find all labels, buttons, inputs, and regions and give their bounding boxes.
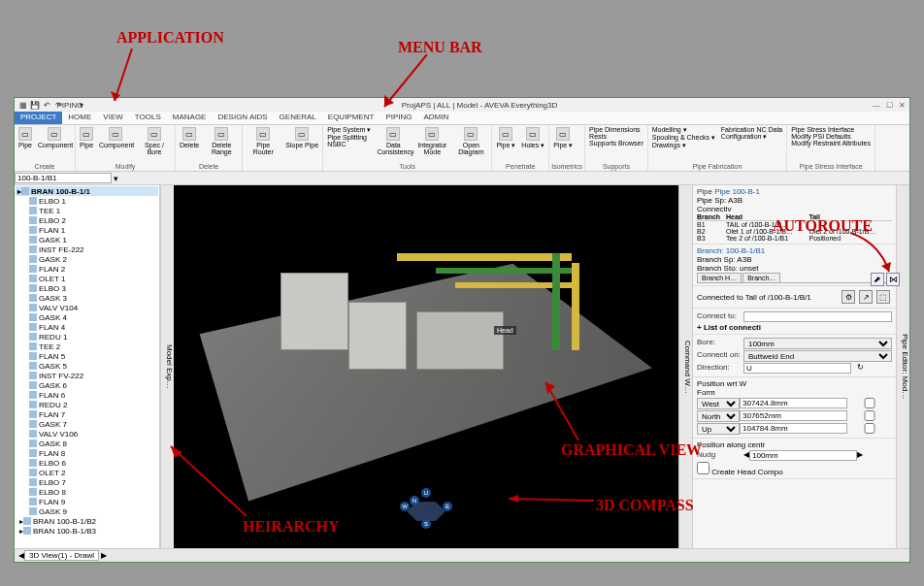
ribbon-pipe[interactable]: ▭Pipe [16,126,34,149]
connect-to-input[interactable] [743,311,892,322]
ribbon-item[interactable]: Pipe Stress Interface [789,126,873,133]
ribbon-item[interactable]: Pipe Splitting [325,134,373,141]
tree-item[interactable]: FLAN 8 [16,448,158,458]
tab-piping[interactable]: PIPING [380,112,417,124]
up-lock[interactable] [847,423,892,434]
nudge-right-icon[interactable]: ▶ [857,450,863,461]
tree-item[interactable]: FLAN 1 [16,225,158,235]
ribbon-item[interactable]: Drawings ▾ [650,142,717,149]
tree-root[interactable]: ▸ BRAN 100-B-1/1 [16,186,158,196]
compass-w[interactable]: W [400,502,410,511]
tree-item[interactable]: ELBO 3 [16,283,158,293]
ribbon-item[interactable]: Pipe System ▾ [325,126,373,134]
ribbon-pipe-[interactable]: ▭Pipe ▾ [494,126,517,149]
tree-item[interactable]: ELBO 6 [16,458,158,468]
ribbon-item[interactable]: Supports Browser [587,140,645,146]
ribbon-component[interactable]: ▭Component [36,126,73,149]
ribbon-item[interactable]: Fabrication NC Data [719,126,784,133]
ribbon-open-diagram[interactable]: ▭Open Diagram [452,126,489,156]
tab-tools[interactable]: TOOLS [129,112,167,124]
tree-item[interactable]: ELBO 2 [16,215,158,225]
ribbon-item[interactable]: Modify Restraint Attributes [789,140,873,146]
ribbon-component[interactable]: ▭Component [97,126,134,149]
nudge-input[interactable] [749,450,857,461]
tab-general[interactable]: GENERAL [274,112,322,124]
tree-branch[interactable]: ▸ BRAN 100-B-1/B2 [16,516,158,526]
view-next-icon[interactable]: ▶ [101,551,107,560]
tree-item[interactable]: GASK 6 [16,380,158,390]
minimize-button[interactable]: — [873,101,880,110]
tree-item[interactable]: FLAN 6 [16,390,158,400]
create-head-checkbox[interactable] [697,462,710,474]
ribbon-delete-range[interactable]: ▭Delete Range [203,126,240,156]
tab-project[interactable]: PROJECT [15,112,62,124]
tree-item[interactable]: FLAN 2 [16,264,158,274]
compass-e[interactable]: E [443,502,452,511]
tree-branch[interactable]: ▸ BRAN 100-B-1/B3 [16,526,158,536]
ribbon-pipe-router[interactable]: ▭Pipe Router [245,126,281,156]
ribbon-pipe[interactable]: ▭Pipe [78,126,95,149]
ribbon-holes-[interactable]: ▭Holes ▾ [519,126,546,149]
tree-item[interactable]: FLAN 4 [16,322,158,332]
ribbon-pipe-[interactable]: ▭Pipe ▾ [551,126,575,149]
hierarchy-tree[interactable]: ▸ BRAN 100-B-1/1ELBO 1TEE 1ELBO 2FLAN 1G… [15,185,160,548]
tree-item[interactable]: GASK 4 [16,312,158,322]
tree-item[interactable]: GASK 8 [16,439,158,448]
ribbon-integrator-mode[interactable]: ▭Integrator Mode [413,126,450,156]
ribbon-data-consistency[interactable]: ▭Data Consistency [375,126,412,156]
ribbon-delete[interactable]: ▭Delete [178,126,201,149]
tree-item[interactable]: FLAN 5 [16,351,158,361]
command-window-tab[interactable]: Command W… [678,185,692,548]
ribbon-item[interactable]: Configuration ▾ [719,133,784,141]
tab-view[interactable]: VIEW [97,112,128,124]
qat-save-icon[interactable]: 💾 [30,100,40,110]
tree-item[interactable]: GASK 7 [16,419,158,429]
tree-item[interactable]: ELBO 7 [16,477,158,487]
tree-item[interactable]: GASK 3 [16,293,158,303]
3d-compass[interactable]: U E S W N [402,492,450,531]
tab-branch-head[interactable]: Branch H… [697,273,742,282]
north-select[interactable]: North [697,410,740,422]
north-input[interactable] [740,410,847,421]
maximize-button[interactable]: ☐ [886,101,893,110]
tree-item[interactable]: OLET 1 [16,274,158,283]
tree-item[interactable]: TEE 2 [16,342,158,351]
tab-design aids[interactable]: DESIGN AIDS [212,112,273,124]
west-select[interactable]: West [697,398,740,409]
tool-icon-2[interactable]: ↗ [859,290,873,304]
tree-item[interactable]: VALV V104 [16,303,158,312]
tree-item[interactable]: ELBO 1 [16,196,158,206]
qat-icon[interactable]: ▦ [18,100,28,110]
tree-item[interactable]: FLAN 9 [16,497,158,506]
list-connections[interactable]: + List of connecti [697,323,892,332]
tree-item[interactable]: TEE 1 [16,206,158,215]
tree-item[interactable]: GASK 1 [16,235,158,244]
ribbon-spec-bore[interactable]: ▭Spec / Bore [136,126,173,156]
view-tab[interactable]: 3D View(1) - Drawl [24,550,99,561]
up-select[interactable]: Up [697,423,740,435]
tab-manage[interactable]: MANAGE [167,112,213,124]
address-input[interactable] [15,173,112,183]
up-input[interactable] [740,423,847,434]
tab-admin[interactable]: ADMIN [418,112,455,124]
tree-item[interactable]: FLAN 7 [16,409,158,419]
tree-item[interactable]: INST FE-222 [16,244,158,254]
compass-u[interactable]: U [421,488,431,498]
compass-s[interactable]: S [421,519,431,529]
north-lock[interactable] [847,410,892,421]
direction-input[interactable] [743,363,851,374]
ribbon-item[interactable]: Modelling ▾ [650,126,717,134]
tool-icon-3[interactable]: ⬚ [876,290,890,304]
tree-item[interactable]: OLET 2 [16,468,158,477]
tree-item[interactable]: GASK 5 [16,361,158,371]
connection-select[interactable]: Buttweld End [743,350,892,362]
ribbon-item[interactable]: Modify PSI Defaults [789,133,873,140]
tree-item[interactable]: REDU 1 [16,332,158,342]
ribbon-item[interactable]: Rests [587,133,645,140]
tab-branch[interactable]: Branch… [742,273,780,282]
tree-item[interactable]: GASK 9 [16,506,158,516]
ribbon-item[interactable]: Spooling & Checks ▾ [650,134,717,142]
tree-item[interactable]: REDU 2 [16,400,158,409]
ribbon-item[interactable]: Pipe Dimensions [587,126,645,133]
close-button[interactable]: ✕ [899,101,906,110]
